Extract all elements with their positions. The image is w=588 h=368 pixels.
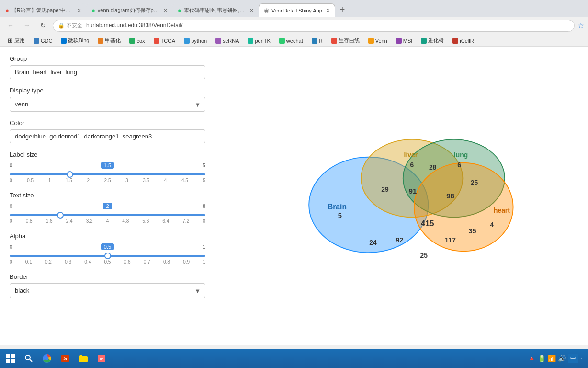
lock-icon: 🔒 xyxy=(58,23,65,29)
liver-label: liver xyxy=(404,151,418,159)
lung-heart-count: 25 xyxy=(471,179,478,186)
tab-close-4[interactable]: × xyxy=(327,7,330,14)
group-label: Group xyxy=(10,55,205,62)
border-label: Border xyxy=(10,273,205,280)
label-size-min: 0 xyxy=(10,162,12,168)
group-field-group: Group xyxy=(10,55,205,79)
label-size-ticks: 0 0.5 1 1.5 2 2.5 3 3.5 4 4.5 5 xyxy=(10,178,205,183)
label-size-slider[interactable] xyxy=(10,173,205,175)
heart-only-count: 4 xyxy=(490,221,494,229)
lung-label: lung xyxy=(454,151,468,159)
liver-lung-count: 28 xyxy=(429,163,437,171)
bookmark-cox[interactable]: cox xyxy=(125,37,148,45)
bookmark-methylation[interactable]: 甲基化 xyxy=(94,36,124,45)
alpha-min: 0 xyxy=(10,244,12,250)
bookmark-tcga[interactable]: TCGA xyxy=(150,37,180,45)
tab-close-2[interactable]: × xyxy=(164,7,167,14)
bookmark-tree[interactable]: 进化树 xyxy=(417,36,448,45)
back-button[interactable]: ← xyxy=(4,19,17,32)
bookmark-gdc[interactable]: GDC xyxy=(30,37,56,45)
bookmarks-bar: ⊞ 应用 GDC 微软Bing 甲基化 cox TCGA python xyxy=(0,34,588,47)
text-size-value-row: 0 2 8 xyxy=(10,203,205,209)
all-four-count: 415 xyxy=(421,219,434,228)
display-type-select[interactable]: venn pie upset xyxy=(10,97,205,112)
border-select[interactable]: black white gray xyxy=(10,283,205,298)
bookmark-star[interactable]: ☆ xyxy=(577,21,584,30)
bookmark-python[interactable]: python xyxy=(180,37,211,45)
brain-only-count: 5 xyxy=(338,212,342,219)
bookmark-icellr[interactable]: iCellR xyxy=(449,37,477,45)
bookmark-bing[interactable]: 微软Bing xyxy=(57,36,93,45)
address-bar-row: ← → ↻ 🔒 不安全 hurlab.med.und.edu:3838/Venn… xyxy=(0,17,588,34)
alpha-current: 0.5 xyxy=(101,243,114,250)
label-size-label: Label size xyxy=(10,151,205,158)
color-input[interactable] xyxy=(10,129,205,143)
tab-close-1[interactable]: × xyxy=(78,7,81,14)
tab-close-3[interactable]: × xyxy=(250,7,253,14)
alpha-label: Alpha xyxy=(10,232,205,240)
alpha-slider-container: 0 0.5 1 0 0.1 0.2 0.3 0.4 0.5 0.6 0.7 0.… xyxy=(10,242,205,265)
alpha-ticks: 0 0.1 0.2 0.3 0.4 0.5 0.6 0.7 0.8 0.9 1 xyxy=(10,259,205,264)
main-content: Group Display type venn pie upset ▼ Colo… xyxy=(0,47,588,345)
text-size-slider[interactable] xyxy=(10,214,205,216)
text-size-slider-container: 0 2 8 0 0.8 1.6 2.4 3.2 4 4.8 5.6 6.4 7.… xyxy=(10,202,205,225)
tab-venndetail[interactable]: ◉ VennDetail Shiny App × xyxy=(259,3,335,17)
bookmark-apps[interactable]: ⊞ 应用 xyxy=(4,36,29,45)
brain-liver-heart-count: 92 xyxy=(396,236,404,244)
color-field-group: Color xyxy=(10,119,205,143)
color-label: Color xyxy=(10,119,205,126)
text-size-current: 2 xyxy=(103,203,112,209)
address-bar[interactable]: 🔒 不安全 hurlab.med.und.edu:3838/VennDetail… xyxy=(53,20,575,32)
text-size-label: Text size xyxy=(10,192,205,199)
text-size-ticks: 0 0.8 1.6 2.4 3.2 4 4.8 5.6 6.4 7.2 8 xyxy=(10,218,205,224)
bookmark-scrna[interactable]: scRNA xyxy=(212,37,243,45)
brain-liver-lung-count: 91 xyxy=(409,187,417,195)
display-type-label: Display type xyxy=(10,87,205,94)
alpha-group: Alpha 0 0.5 1 0 0.1 0.2 0.3 0.4 0.5 0.6 … xyxy=(10,232,205,265)
tab-zero-code[interactable]: ● 零代码韦恩图,韦恩饼图,upset图... × xyxy=(172,3,259,17)
label-size-current: 1.5 xyxy=(101,162,114,169)
liver-only-count: 6 xyxy=(410,161,414,169)
bookmark-wechat[interactable]: wechat xyxy=(275,37,307,45)
forward-button[interactable]: → xyxy=(20,19,34,32)
heart-label: heart xyxy=(494,207,510,214)
tab-r-venn[interactable]: ● 【R语言】复现paper中的韦恩图 × xyxy=(0,3,86,17)
display-type-group: Display type venn pie upset ▼ xyxy=(10,87,205,112)
tab-venn-pdf[interactable]: ● venn.diagram如何保存pdf格式... × xyxy=(86,3,172,17)
refresh-button[interactable]: ↻ xyxy=(36,19,50,32)
text-size-max: 8 xyxy=(203,203,205,209)
display-type-select-wrapper: venn pie upset ▼ xyxy=(10,97,205,112)
lock-label: 不安全 xyxy=(67,22,82,29)
bookmark-perltk[interactable]: perlTK xyxy=(244,37,274,45)
bookmark-r[interactable]: R xyxy=(308,37,327,45)
label-size-slider-container: 0 1.5 5 0 0.5 1 1.5 2 2.5 3 3.5 4 4.5 5 xyxy=(10,161,205,184)
label-size-value-row: 0 1.5 5 xyxy=(10,162,205,169)
brain-label: Brain xyxy=(328,203,347,211)
alpha-max: 1 xyxy=(203,244,205,250)
alpha-value-row: 0 0.5 1 xyxy=(10,243,205,250)
text-size-min: 0 xyxy=(10,203,12,209)
bookmark-venn[interactable]: Venn xyxy=(364,37,391,45)
bookmark-survival[interactable]: 生存曲线 xyxy=(328,36,363,45)
group-input[interactable] xyxy=(10,65,205,79)
bottom-count: 25 xyxy=(420,252,428,259)
lung-heart-right-count: 35 xyxy=(469,227,476,235)
border-select-wrapper: black white gray ▼ xyxy=(10,283,205,298)
label-size-max: 5 xyxy=(203,162,205,168)
right-panel: Brain liver lung heart 5 29 6 28 6 25 4 … xyxy=(215,47,588,345)
browser-chrome: ● 【R语言】复现paper中的韦恩图 × ● venn.diagram如何保存… xyxy=(0,0,588,47)
bookmark-msi[interactable]: MSI xyxy=(392,37,417,45)
address-text: hurlab.med.und.edu:3838/VennDetail/ xyxy=(86,22,183,29)
lung-heart-brain-count: 117 xyxy=(445,236,456,244)
text-size-group: Text size 0 2 8 0 0.8 1.6 2.4 3.2 4 4.8 … xyxy=(10,192,205,225)
brain-heart-count: 24 xyxy=(369,239,377,246)
new-tab-button[interactable]: + xyxy=(335,3,350,17)
venn-diagram: Brain liver lung heart 5 29 6 28 6 25 4 … xyxy=(287,115,517,277)
liver-lung-heart-count: 98 xyxy=(446,192,454,200)
left-panel: Group Display type venn pie upset ▼ Colo… xyxy=(0,47,215,345)
border-field-group: Border black white gray ▼ xyxy=(10,273,205,298)
label-size-group: Label size 0 1.5 5 0 0.5 1 1.5 2 2.5 3 3… xyxy=(10,151,205,184)
tabs-bar: ● 【R语言】复现paper中的韦恩图 × ● venn.diagram如何保存… xyxy=(0,0,588,17)
lung-only-count: 6 xyxy=(457,161,461,169)
alpha-slider[interactable] xyxy=(10,255,205,257)
